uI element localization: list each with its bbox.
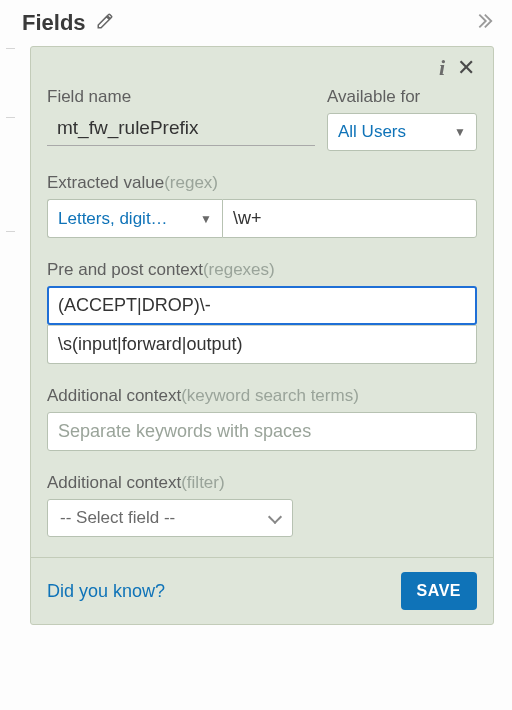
extracted-value-label: Extracted value(regex)	[47, 173, 477, 193]
available-for-value: All Users	[338, 122, 406, 142]
left-rail	[6, 48, 16, 710]
field-name-label: Field name	[47, 87, 315, 107]
help-link[interactable]: Did you know?	[47, 581, 165, 602]
additional-keywords-input[interactable]	[47, 412, 477, 451]
pre-context-input[interactable]	[47, 286, 477, 325]
edit-icon[interactable]	[96, 12, 114, 34]
post-context-input[interactable]	[47, 325, 477, 364]
available-for-dropdown[interactable]: All Users ▼	[327, 113, 477, 151]
extracted-regex-input[interactable]	[222, 199, 477, 238]
field-name-input[interactable]	[47, 113, 315, 146]
caret-down-icon: ▼	[200, 212, 212, 226]
regex-preset-dropdown[interactable]: Letters, digit… ▼	[47, 199, 222, 238]
additional-filter-value: -- Select field --	[60, 508, 175, 528]
field-editor-panel: i ✕ Field name Available for All Users ▼…	[30, 46, 494, 625]
expand-icon[interactable]	[472, 10, 494, 36]
additional-filter-label: Additional context(filter)	[47, 473, 477, 493]
additional-keywords-label: Additional context(keyword search terms)	[47, 386, 477, 406]
caret-down-icon: ▼	[454, 125, 466, 139]
pre-post-context-label: Pre and post context(regexes)	[47, 260, 477, 280]
regex-preset-value: Letters, digit…	[58, 209, 168, 229]
info-icon[interactable]: i	[439, 55, 445, 81]
available-for-label: Available for	[327, 87, 477, 107]
close-icon[interactable]: ✕	[457, 57, 475, 79]
chevron-down-icon	[268, 509, 282, 523]
page-title: Fields	[22, 10, 86, 36]
panel-header: Fields	[0, 0, 512, 42]
additional-filter-dropdown[interactable]: -- Select field --	[47, 499, 293, 537]
save-button[interactable]: SAVE	[401, 572, 477, 610]
panel-footer: Did you know? SAVE	[31, 557, 493, 624]
